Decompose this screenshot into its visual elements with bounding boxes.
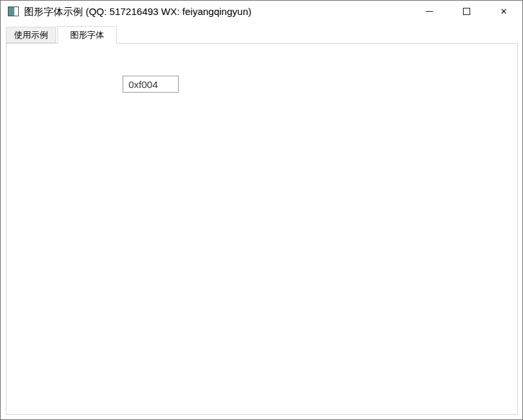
title-bar: 图形字体示例 (QQ: 517216493 WX: feiyangqingyun… <box>1 1 522 25</box>
tab-label: 使用示例 <box>14 29 48 41</box>
maximize-button[interactable] <box>448 1 485 22</box>
close-icon: ✕ <box>500 7 507 16</box>
window-controls: ✕ <box>411 1 522 22</box>
close-button[interactable]: ✕ <box>485 1 522 22</box>
tab-pane <box>6 43 518 415</box>
icon-code-tooltip: 0xf004 <box>123 76 179 93</box>
minimize-icon <box>426 11 433 12</box>
app-icon <box>8 7 19 16</box>
app-window: 图形字体示例 (QQ: 517216493 WX: feiyangqingyun… <box>0 0 523 420</box>
tab-usage-example[interactable]: 使用示例 <box>6 27 56 43</box>
tab-icon-font[interactable]: 图形字体 <box>57 26 117 44</box>
window-title: 图形字体示例 (QQ: 517216493 WX: feiyangqingyun… <box>24 6 252 18</box>
minimize-button[interactable] <box>411 1 448 22</box>
tab-label: 图形字体 <box>70 29 104 41</box>
maximize-icon <box>463 8 470 15</box>
tooltip-text: 0xf004 <box>128 79 158 90</box>
